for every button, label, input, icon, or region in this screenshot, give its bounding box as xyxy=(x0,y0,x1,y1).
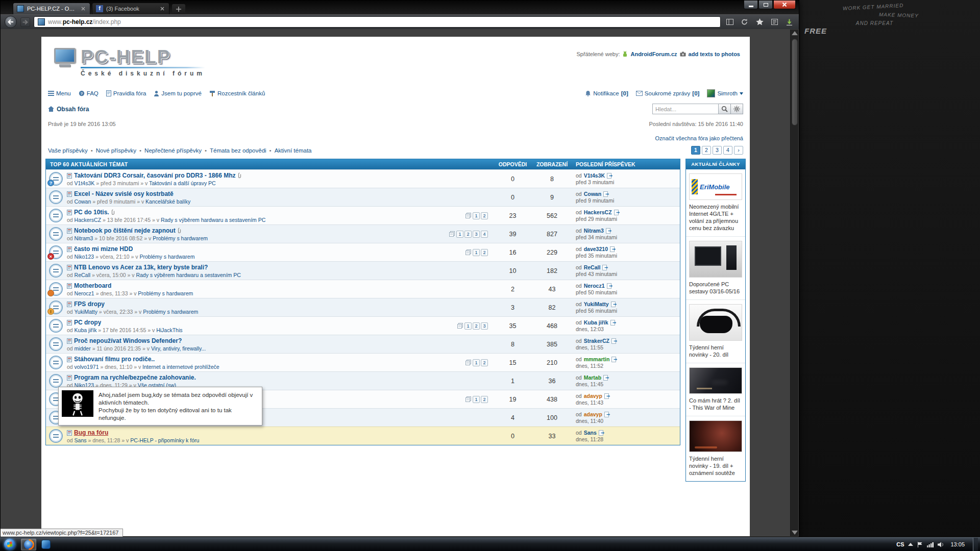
page-button-4[interactable]: 4 xyxy=(723,146,732,155)
last-post-user-link[interactable]: HackersCZ xyxy=(584,209,612,216)
volume-icon[interactable] xyxy=(938,542,944,547)
last-post-user-link[interactable]: adavyp xyxy=(584,393,602,399)
topic-author-link[interactable]: ReCall xyxy=(75,272,91,278)
last-post-user-link[interactable]: Kuba jiřík xyxy=(584,319,608,326)
topic-title-link[interactable]: Taktování DDR3 Corsair, časování pro DDR… xyxy=(74,172,236,179)
latest-post-icon[interactable] xyxy=(606,228,612,234)
article-item[interactable]: EriMobileNeomezený mobilní Internet 4G/L… xyxy=(686,169,745,236)
tab-close-icon[interactable] xyxy=(80,6,86,12)
scroll-up-arrow[interactable] xyxy=(792,31,798,35)
close-window-button[interactable] xyxy=(773,1,796,9)
tray-expand-icon[interactable] xyxy=(908,543,913,546)
site-logo[interactable]: PC-HELP České diskuzní fórum xyxy=(54,48,205,77)
topic-title-link[interactable]: Stáhovaní filmu pro rodiče.. xyxy=(74,356,155,363)
last-post-user-link[interactable]: V1t4s3K xyxy=(584,172,605,179)
latest-post-icon[interactable] xyxy=(610,246,616,252)
androidforum-link[interactable]: AndroidForum.cz xyxy=(630,51,677,57)
new-tab-button[interactable] xyxy=(172,4,185,14)
taskbar-firefox-button[interactable] xyxy=(21,539,36,550)
topic-title-link[interactable]: Program na rychle/bezpečne zalohovanie. xyxy=(74,374,196,381)
advanced-search-button[interactable] xyxy=(731,104,743,114)
last-post-user-link[interactable]: YukiMatty xyxy=(584,301,609,308)
latest-post-icon[interactable] xyxy=(607,283,613,289)
menu-item-jsem-tu-poprv-[interactable]: Jsem tu poprvé xyxy=(154,90,202,96)
topic-forum-link[interactable]: Rady s výběrem hardwaru a sestavením PC xyxy=(136,272,240,278)
topic-forum-link[interactable]: Kancelářské balíky xyxy=(145,198,190,205)
topic-page-button[interactable]: 2 xyxy=(481,249,488,256)
search-button[interactable] xyxy=(719,104,731,114)
topic-page-button[interactable]: 2 xyxy=(473,322,480,330)
last-post-user-link[interactable]: Sans xyxy=(584,430,597,436)
topic-author-link[interactable]: Nerocz1 xyxy=(75,290,94,296)
topic-forum-link[interactable]: Problémy s hardwarem xyxy=(143,309,198,315)
article-item[interactable]: Co mám hrát ? 2. díl - This War of Mine xyxy=(686,363,745,416)
quick-link-2[interactable]: Nepřečtené příspěvky xyxy=(144,147,202,154)
topic-title-link[interactable]: PC dropy xyxy=(74,319,101,326)
topic-page-button[interactable]: 1 xyxy=(464,322,472,330)
search-input[interactable] xyxy=(652,104,719,114)
reading-list-icon[interactable] xyxy=(769,16,780,28)
topic-page-button[interactable]: 4 xyxy=(481,231,488,238)
topic-forum-link[interactable]: Internet a internetové prohlížeče xyxy=(142,364,219,370)
topic-page-button[interactable]: 1 xyxy=(473,249,480,256)
topic-forum-link[interactable]: Rady s výběrem hardwaru a sestavením PC xyxy=(161,217,265,223)
article-item[interactable]: Týdenní herní novinky - 19. díl + oznáme… xyxy=(686,416,745,481)
taskbar-app-button[interactable] xyxy=(38,539,54,550)
show-desktop-button[interactable] xyxy=(973,538,978,551)
topic-page-button[interactable]: 1 xyxy=(473,212,480,219)
latest-post-icon[interactable] xyxy=(611,357,618,362)
topic-forum-link[interactable]: PC-HELP - připomínky k fóru xyxy=(130,437,199,443)
start-button[interactable] xyxy=(4,539,15,550)
page-button-3[interactable]: 3 xyxy=(713,146,722,155)
tab-close-icon[interactable] xyxy=(159,6,165,12)
latest-post-icon[interactable] xyxy=(610,320,617,325)
forward-button[interactable] xyxy=(20,17,30,27)
topic-author-link[interactable]: midder xyxy=(75,345,91,352)
last-post-user-link[interactable]: ReCall xyxy=(584,264,601,271)
last-post-user-link[interactable]: adavyp xyxy=(584,411,602,418)
topic-title-link[interactable]: NTB Lenovo vs Acer za 13k, ktery byste b… xyxy=(74,264,208,271)
topic-title-link[interactable]: Bug na fóru xyxy=(74,429,108,436)
topic-page-button[interactable]: 2 xyxy=(464,231,472,238)
back-button[interactable] xyxy=(5,16,17,28)
menu-item-menu[interactable]: Menu xyxy=(48,90,71,96)
topic-author-link[interactable]: volvo1971 xyxy=(75,364,99,370)
bookmark-star-icon[interactable] xyxy=(754,16,765,28)
topic-forum-link[interactable]: Viry, antiviry, firewally... xyxy=(151,345,206,352)
bookmarks-panel-icon[interactable] xyxy=(724,16,736,28)
maximize-button[interactable] xyxy=(758,1,773,9)
article-item[interactable]: Doporučené PC sestavy 03/16-05/16 xyxy=(686,236,745,299)
latest-post-icon[interactable] xyxy=(607,173,613,179)
reload-icon[interactable] xyxy=(739,16,750,28)
addtexts-link[interactable]: add texts to photos xyxy=(689,51,740,57)
vertical-scrollbar[interactable] xyxy=(790,30,798,536)
topic-title-link[interactable]: Excel - Název svislé osy kostrbatě xyxy=(74,190,174,197)
topic-page-button[interactable]: 3 xyxy=(473,231,480,238)
page-button-›[interactable]: › xyxy=(734,146,743,155)
topic-forum-link[interactable]: HiJackThis xyxy=(156,327,182,333)
topic-title-link[interactable]: Motherboard xyxy=(74,282,111,289)
last-post-user-link[interactable]: Cowan xyxy=(584,191,601,197)
topic-author-link[interactable]: Sans xyxy=(75,437,87,443)
quick-link-3[interactable]: Témata bez odpovědi xyxy=(210,147,266,154)
latest-post-icon[interactable] xyxy=(599,430,605,436)
user-menu-notifikace[interactable]: Notifikace[0] xyxy=(585,90,628,96)
last-post-user-link[interactable]: Martab xyxy=(584,374,601,381)
network-icon[interactable] xyxy=(927,542,934,547)
topic-author-link[interactable]: Nitram3 xyxy=(75,235,93,241)
topic-title-link[interactable]: PC do 10tis. xyxy=(74,209,109,216)
article-item[interactable]: Týdenní herní novinky - 20. díl xyxy=(686,299,745,363)
taskbar-clock[interactable]: 13:05 xyxy=(948,541,967,547)
mark-forums-read-link[interactable]: Označit všechna fóra jako přečtená xyxy=(655,135,743,141)
topic-forum-link[interactable]: Problémy s hardwarem xyxy=(153,235,208,241)
latest-post-icon[interactable] xyxy=(604,412,610,417)
last-post-user-link[interactable]: mmmartin xyxy=(584,356,610,363)
quick-link-0[interactable]: Vaše příspěvky xyxy=(48,147,88,154)
topic-author-link[interactable]: YukiMatty xyxy=(74,309,97,315)
latest-post-icon[interactable] xyxy=(611,338,618,344)
topic-page-button[interactable]: 3 xyxy=(481,322,488,330)
topic-page-button[interactable]: 2 xyxy=(481,212,488,219)
latest-post-icon[interactable] xyxy=(603,375,609,381)
language-indicator[interactable]: CS xyxy=(896,541,904,547)
last-post-user-link[interactable]: Nitram3 xyxy=(584,228,604,234)
